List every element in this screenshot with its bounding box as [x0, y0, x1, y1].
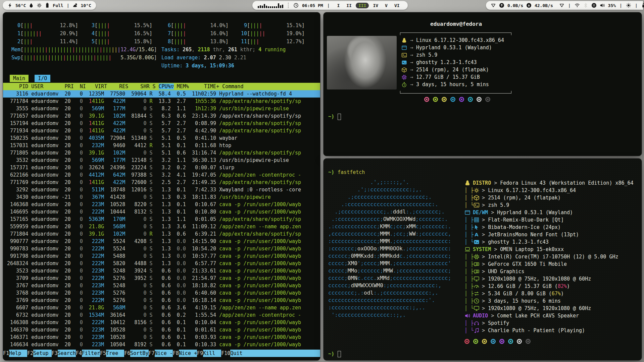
process-row[interactable]: 771804 eduardomv 20 0 39.1G 102M 0 R 1.3…	[3, 230, 320, 238]
process-row[interactable]: 157371 eduardomv 20 0 32624 24396 23224 …	[3, 164, 320, 171]
process-row[interactable]: 990783 eduardomv 20 0 222M 5524 0 S 1.3 …	[3, 245, 320, 252]
fkey-f3[interactable]: F3Search	[52, 350, 76, 357]
network-dropdown-icon[interactable]	[491, 3, 496, 8]
terminal-window-bottom[interactable]: ~) fastfetch .',;::::;,'. .';:cccccccccc…	[323, 158, 642, 361]
gear-icon	[474, 187, 480, 193]
arrow-icon: →	[410, 66, 413, 73]
terminal-filled-icon	[401, 60, 407, 65]
prompt-symbol: ~)	[328, 350, 334, 358]
process-row[interactable]: 146371 eduardomv 20 0 223M 10528 0 S 0.6…	[3, 334, 320, 341]
workspace-III[interactable]: III	[356, 3, 369, 8]
process-row[interactable]: 3116 eduardomv 20 0 1235M 77580 59064 R …	[3, 90, 320, 98]
process-row[interactable]: 3555 eduardomv 20 0 569M 177M 0 S 8.2 1.…	[3, 105, 320, 112]
process-row[interactable]: 146370 eduardomv 20 0 223M 10528 0 S 0.6…	[3, 326, 320, 334]
process-row[interactable]: 771934 eduardomv 20 0 1411G 422M 0 S 5.7…	[3, 127, 320, 134]
weather-icon[interactable]	[72, 3, 78, 8]
swp-meter: Swp[||||||||||||||||||||||||||||| 5.35G/…	[11, 54, 157, 61]
package-icon	[401, 67, 407, 73]
clock-time[interactable]: 06:05 PM	[302, 3, 323, 8]
workspace-V[interactable]: V	[382, 3, 390, 8]
process-row[interactable]: 3709 eduardomv 20 0 222M 5276 3952 S 0.6…	[3, 275, 320, 282]
process-row[interactable]: 991798 eduardomv 20 0 222M 5488 0 S 1.3 …	[3, 252, 320, 260]
workspace-IV[interactable]: IV	[370, 3, 381, 8]
process-row[interactable]: 157165 eduardomv 20 0 5363M 170M 0 S 1.3…	[3, 216, 320, 223]
process-row[interactable]: 146695 eduardomv 20 0 222M 10444 8132 S …	[3, 208, 320, 216]
power-profile-icon[interactable]	[7, 3, 13, 8]
workspace-II[interactable]: II	[344, 3, 354, 8]
fkey-f7[interactable]: F7Nice -	[149, 350, 173, 357]
process-row[interactable]: 3430 eduardomv -21 0 367M 41428 0 S 1.3 …	[3, 193, 320, 201]
workspace-VI[interactable]: VI	[392, 3, 402, 8]
process-row[interactable]: 6607 eduardomv 20 0 21.8G 568M 0 S 0.6 3…	[3, 304, 320, 311]
process-row[interactable]: 771805 eduardomv 20 0 39.1G 102M 0 S 5.1…	[3, 149, 320, 157]
process-row[interactable]: 771769 eduardomv 20 0 1411G 422M 72600 S…	[3, 179, 320, 186]
workspace-I[interactable]: I	[334, 3, 342, 8]
lock-icon[interactable]	[641, 3, 644, 8]
shell-prompt[interactable]: ~)	[328, 350, 341, 358]
column-header-command[interactable]: Command	[222, 83, 243, 89]
process-row[interactable]: 3532 eduardomv 20 0 569M 177M 12148 S 3.…	[3, 157, 320, 164]
process-row[interactable]: 3523 eduardomv 20 0 223M 5248 3924 S 0.6…	[3, 267, 320, 275]
column-header-ni[interactable]: NI	[77, 83, 89, 89]
process-row[interactable]: 146368 eduardomv 20 0 223M 10528 8220 S …	[3, 201, 320, 208]
download-icon	[526, 3, 532, 8]
fkey-f10[interactable]: F10Quit	[221, 350, 320, 357]
tab-io[interactable]: I/O	[35, 75, 50, 82]
process-row[interactable]: 3769 eduardomv 20 0 222M 5276 0 S 0.6 0.…	[3, 297, 320, 304]
column-header-user[interactable]: USER	[31, 83, 64, 89]
fkey-f5[interactable]: F5Tree	[100, 350, 124, 357]
htop-table-header[interactable]: PID USER PRI NI VIRT RES SHR S CPU%▽ MEM…	[3, 83, 320, 90]
tab-main[interactable]: Main	[10, 75, 29, 82]
window-icon	[464, 209, 470, 216]
htop-process-list: 3116 eduardomv 20 0 1235M 77580 59064 R …	[3, 90, 320, 348]
column-header-time+[interactable]: TIME+	[192, 83, 222, 89]
process-row[interactable]: 3768 eduardomv 20 0 223M 5276 0 S 0.6 0.…	[3, 289, 320, 297]
settings-icon[interactable]	[37, 3, 42, 8]
fkey-f1[interactable]: F1Help	[3, 350, 27, 357]
process-row[interactable]: 157031 eduardomv 20 0 232M 9460 4412 R 5…	[3, 142, 320, 149]
clock-icon	[474, 298, 480, 304]
process-row[interactable]: 990777 eduardomv 20 0 222M 5524 4208 S 1…	[3, 238, 320, 245]
column-header-pid[interactable]: PID	[7, 83, 31, 89]
process-row[interactable]: 2648324 eduardomv 20 0 222M 5820 4488 S …	[3, 260, 320, 267]
fkey-f8[interactable]: F8Nice +	[173, 350, 197, 357]
process-row[interactable]: 146308 eduardomv 20 0 222M 10412 8156 S …	[3, 319, 320, 326]
process-row[interactable]: 3767 eduardomv 20 0 223M 5248 0 S 0.6 0.…	[3, 282, 320, 289]
process-row[interactable]: 146634 eduardomv 20 0 223M 10504 8192 S …	[3, 341, 320, 348]
terminal-window-top[interactable]: eduardomv@fedora →Linux 6.17.12-300.fc43…	[323, 12, 642, 156]
process-row[interactable]: 3292 eduardomv 20 0 511M 18748 12016 S 1…	[3, 186, 320, 193]
column-header-shr[interactable]: SHR	[131, 83, 152, 89]
column-header-res[interactable]: RES	[110, 83, 131, 89]
fkey-f6[interactable]: F6SortBy	[124, 350, 148, 357]
terminal-color-palette	[424, 97, 490, 102]
fkey-f4[interactable]: F4Filter	[76, 350, 100, 357]
shell-prompt[interactable]: ~)	[328, 113, 341, 120]
notifications-icon[interactable]	[591, 3, 597, 8]
htop-window[interactable]: 0[||| 12.8%] 1[|||||| 20.9%] 2[||| 11.4%…	[3, 12, 320, 361]
column-header-s[interactable]: S	[153, 83, 159, 89]
brightness-icon[interactable]	[626, 3, 631, 8]
fkey-f2[interactable]: F2Setup	[27, 350, 51, 357]
process-row[interactable]: 150235 eduardomv 20 0 4035M 72904 51340 …	[3, 134, 320, 142]
process-row[interactable]: 157194 eduardomv 20 0 1411G 422M 0 S 5.7…	[3, 120, 320, 127]
volume-icon[interactable]	[600, 3, 605, 8]
process-row[interactable]: 559959 eduardomv 20 0 21.8G 568M 0 S 1.3…	[3, 223, 320, 230]
process-row[interactable]: 6732 eduardomv 20 0 1534M 36164 0 S 0.6 …	[3, 311, 320, 319]
wifi-icon[interactable]	[575, 3, 580, 8]
system-info-row: →12.77 GiB / 15.37 GiB	[401, 73, 504, 81]
cpu-meter-6: 6[|||| 14.0%]	[162, 22, 229, 29]
column-header-pri[interactable]: PRI	[65, 83, 77, 89]
fkey-f9[interactable]: F9Kill	[197, 350, 221, 357]
cpu-meter-0: 0[||| 12.8%]	[11, 22, 78, 29]
bluetooth-icon[interactable]	[583, 3, 588, 8]
column-header-virt[interactable]: VIRT	[89, 83, 110, 89]
info-row: │ ├> 1920x1080 @ 75Hz, 1920x1080 @ 60Hz	[464, 275, 634, 283]
column-header-mem%[interactable]: MEM%	[177, 83, 192, 89]
process-row[interactable]: 771784 eduardomv 20 0 1411G 422M 0 R 13.…	[3, 98, 320, 105]
tray-expander-icon[interactable]	[559, 3, 564, 8]
system-info-row: →2514 (rpm), 24 (flatpak)	[401, 66, 504, 73]
upload-icon	[499, 3, 504, 8]
battery-icon[interactable]	[45, 3, 50, 8]
process-row[interactable]: 771657 eduardomv 20 0 39.1G 102M 81844 S…	[3, 112, 320, 120]
process-row[interactable]: 622166 eduardomv 20 0 4412M 642M 97388 S…	[3, 171, 320, 179]
